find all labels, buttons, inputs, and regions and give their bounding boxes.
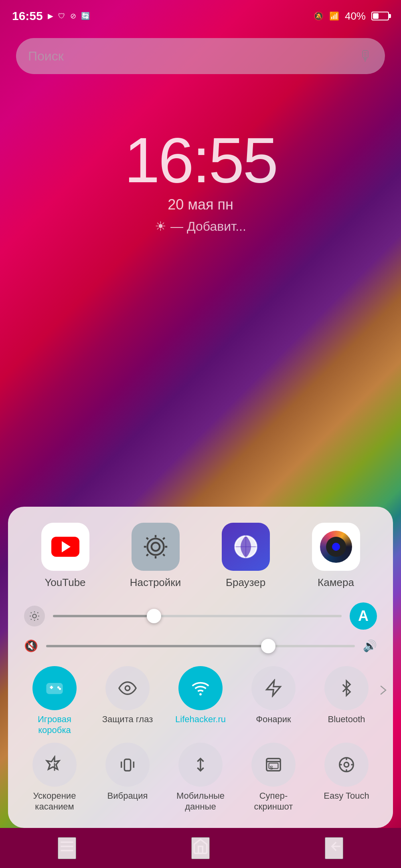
status-time: 16:55 xyxy=(12,9,43,23)
clock-date: 20 мая пн xyxy=(168,196,233,213)
volume-fill xyxy=(46,645,268,647)
toggle-item-super-screenshot[interactable]: S Супер-скриншот xyxy=(239,743,308,812)
nav-menu-button[interactable] xyxy=(58,837,76,859)
toggle-label-eyecare: Защита глаз xyxy=(102,714,153,725)
clock-time: 16:55 xyxy=(124,128,277,192)
volume-track[interactable] xyxy=(46,645,355,647)
toggle-btn-mobile-data[interactable] xyxy=(178,743,223,787)
volume-thumb[interactable] xyxy=(261,639,275,653)
youtube-playing-icon: ▶ xyxy=(48,12,53,20)
clock-area: 16:55 20 мая пн ☀ — Добавит... xyxy=(0,128,401,234)
svg-point-7 xyxy=(32,614,36,618)
toggle-label-touch-accel: Ускорениекасанием xyxy=(33,791,76,812)
clock-weather: ☀ — Добавит... xyxy=(155,219,246,234)
toggle-btn-game[interactable] xyxy=(32,666,77,710)
youtube-triangle xyxy=(62,541,71,552)
toggle-item-mobile-data[interactable]: Мобильныеданные xyxy=(166,743,235,812)
toggle-label-mobile-data: Мобильныеданные xyxy=(176,791,225,812)
battery-fill xyxy=(373,13,379,19)
svg-point-13 xyxy=(125,686,130,691)
sun-icon: ☀ xyxy=(155,219,166,234)
app-item-browser[interactable]: Браузер xyxy=(214,523,278,589)
app-shortcuts-row: YouTube Настройки xyxy=(20,523,381,589)
silent-icon: 🔕 xyxy=(314,11,324,21)
quick-panel: YouTube Настройки xyxy=(8,507,393,828)
toggle-item-touch-accel[interactable]: Ускорениекасанием xyxy=(20,743,89,812)
svg-text:S: S xyxy=(269,765,273,771)
toggle-btn-super-screenshot[interactable]: S xyxy=(251,743,296,787)
toggle-btn-lifehacker[interactable] xyxy=(178,666,223,710)
toggle-label-flashlight: Фонарик xyxy=(256,714,291,725)
vpn-icon: 🛡 xyxy=(58,12,65,20)
battery-icon xyxy=(371,12,389,20)
youtube-label: YouTube xyxy=(45,576,85,589)
toggle-item-flashlight[interactable]: Фонарик xyxy=(239,666,308,735)
youtube-play-button xyxy=(51,537,79,557)
bottom-nav xyxy=(0,828,401,868)
toggle-item-vibration[interactable]: Вибрация xyxy=(93,743,162,812)
settings-label: Настройки xyxy=(130,576,181,589)
toggle-item-eyecare[interactable]: Защита глаз xyxy=(93,666,162,735)
sync-icon: 🔄 xyxy=(81,12,90,20)
status-right: 🔕 📶 40% xyxy=(314,10,389,22)
user-avatar[interactable]: A xyxy=(350,602,377,630)
toggle-btn-vibration[interactable] xyxy=(105,743,150,787)
status-left: 16:55 ▶ 🛡 ⊘ 🔄 xyxy=(12,9,90,23)
toggle-grid-row2: Ускорениекасанием Вибрация Мобильныед xyxy=(20,743,381,812)
camera-ring xyxy=(320,531,352,563)
toggle-label-game: Игроваякоробка xyxy=(38,714,71,735)
toggle-label-super-screenshot: Супер-скриншот xyxy=(254,791,293,812)
nav-back-button[interactable] xyxy=(325,837,343,859)
volume-high-icon: 🔊 xyxy=(363,639,377,653)
toggle-btn-bluetooth[interactable] xyxy=(324,666,369,710)
toggle-label-vibration: Вибрация xyxy=(107,791,148,801)
toggle-btn-easy-touch[interactable] xyxy=(324,743,369,787)
svg-point-10 xyxy=(59,688,61,690)
settings-icon xyxy=(132,523,180,571)
weather-text: — Добавит... xyxy=(170,219,246,234)
app-item-settings[interactable]: Настройки xyxy=(124,523,188,589)
nav-home-button[interactable] xyxy=(191,837,210,859)
toggle-label-bluetooth: Bluetooth xyxy=(328,714,365,725)
battery-percent: 40% xyxy=(345,10,366,22)
svg-point-9 xyxy=(57,687,59,689)
svg-point-0 xyxy=(151,543,159,551)
svg-point-1 xyxy=(147,539,164,555)
app-item-camera[interactable]: Камера xyxy=(304,523,368,589)
camera-dot xyxy=(332,543,340,551)
toggle-btn-eyecare[interactable] xyxy=(105,666,150,710)
svg-marker-15 xyxy=(267,681,281,696)
toggle-btn-flashlight[interactable] xyxy=(251,666,296,710)
avatar-letter: A xyxy=(358,608,369,624)
app-item-youtube[interactable]: YouTube xyxy=(33,523,97,589)
browser-icon xyxy=(222,523,270,571)
svg-point-22 xyxy=(344,762,349,767)
youtube-icon xyxy=(41,523,89,571)
wifi-icon: 📶 xyxy=(329,11,339,21)
slash-icon: ⊘ xyxy=(70,12,76,20)
brightness-slider-row: A xyxy=(20,602,381,630)
search-bar[interactable]: Поиск 🎙 xyxy=(16,38,385,74)
svg-rect-16 xyxy=(124,759,130,771)
microphone-icon[interactable]: 🎙 xyxy=(358,48,373,64)
brightness-track[interactable] xyxy=(53,615,342,617)
toggle-item-game[interactable]: Игроваякоробка xyxy=(20,666,89,735)
status-bar: 16:55 ▶ 🛡 ⊘ 🔄 🔕 📶 40% xyxy=(0,0,401,32)
brightness-settings-icon[interactable] xyxy=(24,606,45,626)
toggle-btn-touch-accel[interactable] xyxy=(32,743,77,787)
camera-icon xyxy=(312,523,360,571)
brightness-fill xyxy=(53,615,154,617)
toggle-label-easy-touch: Easy Touch xyxy=(324,791,369,801)
volume-low-icon: 🔇 xyxy=(24,639,38,653)
toggle-grid-row1: Игроваякоробка Защита глаз xyxy=(20,666,381,735)
camera-label: Камера xyxy=(318,576,354,589)
panel-next-arrow[interactable] xyxy=(379,682,388,700)
toggle-item-easy-touch[interactable]: Easy Touch xyxy=(312,743,381,812)
toggle-item-lifehacker[interactable]: Lifehacker.ru xyxy=(166,666,235,735)
volume-slider-row: 🔇 🔊 xyxy=(20,639,381,653)
brightness-thumb[interactable] xyxy=(147,609,161,623)
camera-inner xyxy=(326,537,346,557)
browser-label: Браузер xyxy=(226,576,265,589)
toggle-item-bluetooth[interactable]: Bluetooth xyxy=(312,666,381,735)
search-placeholder: Поиск xyxy=(28,49,358,64)
